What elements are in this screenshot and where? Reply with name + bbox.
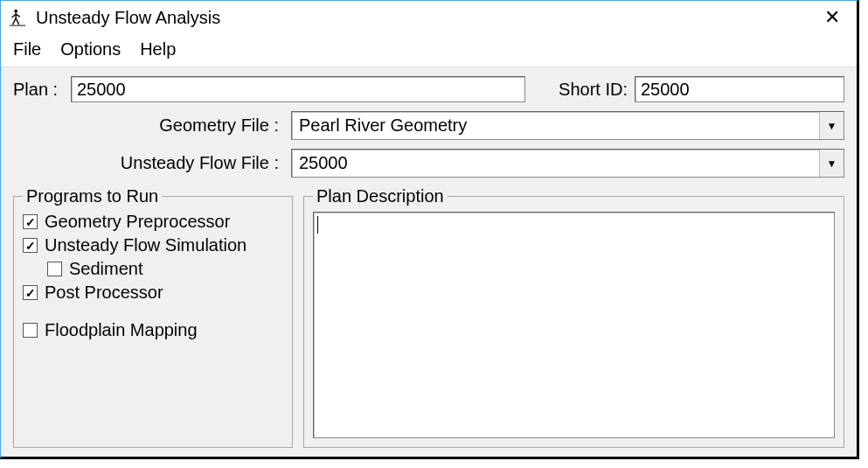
unsteady-flow-analysis-window: Unsteady Flow Analysis ✕ File Options He… bbox=[0, 0, 859, 459]
checkbox-icon bbox=[23, 323, 38, 338]
titlebar: Unsteady Flow Analysis ✕ bbox=[1, 1, 857, 34]
close-icon: ✕ bbox=[824, 6, 840, 29]
sediment-checkbox[interactable]: Sediment bbox=[47, 259, 283, 279]
geometry-file-value: Pearl River Geometry bbox=[292, 115, 819, 136]
sediment-label: Sediment bbox=[69, 259, 143, 279]
chevron-down-icon: ▼ bbox=[819, 150, 844, 177]
menubar: File Options Help bbox=[1, 34, 857, 66]
unsteady-flow-file-label: Unsteady Flow File : bbox=[13, 153, 284, 173]
geometry-file-combo[interactable]: Pearl River Geometry ▼ bbox=[291, 111, 844, 140]
unsteady-flow-simulation-checkbox[interactable]: Unsteady Flow Simulation bbox=[23, 235, 283, 255]
floodplain-mapping-label: Floodplain Mapping bbox=[45, 320, 198, 340]
programs-to-run-legend: Programs to Run bbox=[23, 186, 162, 206]
svg-point-0 bbox=[14, 10, 17, 13]
short-id-input[interactable] bbox=[635, 76, 844, 102]
close-button[interactable]: ✕ bbox=[815, 4, 850, 31]
client-area: Plan : Short ID: Geometry File : Pearl R… bbox=[1, 66, 857, 457]
unsteady-flow-file-row: Unsteady Flow File : 25000 ▼ bbox=[13, 149, 844, 178]
geometry-file-row: Geometry File : Pearl River Geometry ▼ bbox=[13, 111, 844, 140]
geometry-preprocessor-checkbox[interactable]: Geometry Preprocessor bbox=[23, 212, 283, 232]
unsteady-flow-file-value: 25000 bbox=[292, 153, 819, 173]
checkbox-icon bbox=[23, 285, 38, 300]
menu-options[interactable]: Options bbox=[60, 39, 121, 59]
window-title: Unsteady Flow Analysis bbox=[36, 8, 815, 28]
svg-line-5 bbox=[16, 18, 19, 24]
programs-to-run-group: Programs to Run Geometry Preprocessor Un… bbox=[13, 186, 293, 448]
short-id-label: Short ID: bbox=[559, 80, 628, 100]
checkbox-icon bbox=[47, 262, 62, 276]
floodplain-mapping-checkbox[interactable]: Floodplain Mapping bbox=[23, 320, 283, 340]
text-caret bbox=[317, 216, 318, 234]
menu-help[interactable]: Help bbox=[140, 39, 176, 59]
geometry-preprocessor-label: Geometry Preprocessor bbox=[45, 212, 230, 232]
plan-input[interactable] bbox=[71, 76, 525, 102]
plan-description-textarea[interactable] bbox=[313, 212, 835, 438]
plan-row: Plan : Short ID: bbox=[13, 76, 844, 102]
checkbox-icon bbox=[23, 238, 38, 253]
checkbox-icon bbox=[23, 214, 38, 229]
plan-description-legend: Plan Description bbox=[313, 186, 448, 206]
unsteady-flow-file-combo[interactable]: 25000 ▼ bbox=[291, 149, 844, 178]
svg-line-3 bbox=[16, 14, 20, 17]
post-processor-checkbox[interactable]: Post Processor bbox=[23, 283, 283, 303]
svg-line-4 bbox=[13, 18, 17, 24]
menu-file[interactable]: File bbox=[13, 39, 41, 59]
app-icon bbox=[8, 8, 27, 27]
post-processor-label: Post Processor bbox=[45, 283, 163, 303]
chevron-down-icon: ▼ bbox=[819, 112, 844, 139]
plan-description-group: Plan Description bbox=[303, 186, 844, 448]
plan-label: Plan : bbox=[13, 80, 64, 100]
geometry-file-label: Geometry File : bbox=[13, 115, 284, 136]
unsteady-flow-simulation-label: Unsteady Flow Simulation bbox=[45, 235, 247, 255]
